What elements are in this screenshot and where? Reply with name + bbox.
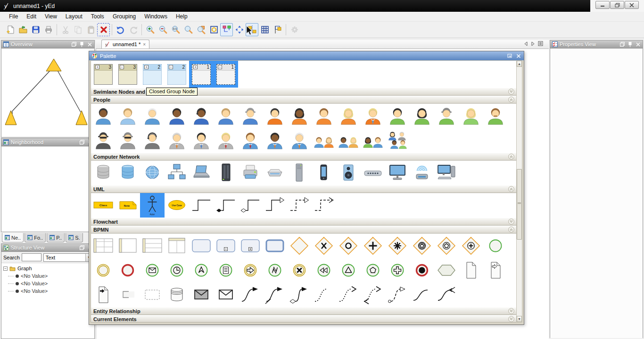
tab-unnamed1[interactable]: y unnamed1 * × — [101, 40, 149, 48]
speaker[interactable] — [336, 161, 361, 185]
uml-generalization-edge[interactable] — [263, 193, 287, 218]
palette-scrollbar[interactable]: ▲ ▼ — [516, 60, 522, 323]
database-gray[interactable] — [91, 161, 116, 185]
person-brown-hair-orange-shirt[interactable] — [312, 104, 336, 128]
uml-note-node[interactable]: Note — [116, 193, 140, 218]
server-tower[interactable] — [287, 161, 312, 185]
tab-list-icon[interactable] — [538, 41, 543, 46]
spy-dark-coat[interactable] — [91, 128, 116, 153]
menu-edit[interactable]: Edit — [22, 12, 41, 21]
event-signal[interactable] — [336, 258, 361, 282]
event-end[interactable] — [116, 258, 140, 282]
man-black-hair-orange-hoodie[interactable] — [263, 104, 287, 128]
group-node-blue-closed[interactable]: +2 — [140, 61, 165, 88]
menu-file[interactable]: File — [5, 12, 22, 21]
close-icon[interactable] — [515, 53, 521, 59]
event-conditional[interactable] — [214, 258, 238, 282]
dock-tab-p[interactable]: P.. — [47, 233, 65, 242]
forked-link[interactable] — [434, 282, 459, 307]
network-tree[interactable] — [165, 161, 189, 185]
woman-blonde-green-shirt[interactable] — [459, 104, 483, 128]
pin-icon[interactable] — [627, 41, 633, 48]
data-store[interactable] — [165, 282, 189, 307]
edit-mode-button[interactable] — [220, 23, 233, 36]
uml-aggregation-edge[interactable] — [238, 193, 263, 218]
man-gray-cap-blue-shirt[interactable] — [238, 104, 263, 128]
uml-actor-node[interactable]: Actor — [140, 193, 165, 218]
smartphone[interactable] — [312, 161, 336, 185]
gateway-complex-star[interactable] — [385, 234, 410, 258]
tab-close-icon[interactable]: × — [143, 42, 146, 47]
printer[interactable] — [238, 161, 263, 185]
palette-section-entity-relationship[interactable]: Entity Relationship — [91, 307, 517, 315]
maximize-button[interactable] — [610, 1, 624, 9]
print-button[interactable] — [42, 23, 55, 36]
directed-association[interactable] — [336, 282, 361, 307]
man-blue-shirt-dark-skin-orange-tie[interactable] — [263, 128, 287, 153]
man-gray-suit-black-hair-blue-tie[interactable] — [189, 128, 214, 153]
woman-black-bob-green-shirt[interactable] — [410, 104, 434, 128]
pool-lanes[interactable] — [140, 234, 165, 258]
open-file-button[interactable] — [17, 23, 29, 36]
event-message[interactable] — [140, 258, 165, 282]
dock-tab-ne[interactable]: Ne.. — [2, 233, 24, 242]
save-button[interactable] — [29, 23, 42, 36]
event-escalation[interactable] — [189, 258, 214, 282]
text-annotation[interactable] — [116, 282, 140, 307]
delete-button[interactable] — [97, 23, 110, 36]
person-white-hair-blue-shirt[interactable] — [140, 104, 165, 128]
minimize-button[interactable] — [595, 1, 610, 9]
person-black-hair-green-shirt[interactable] — [385, 104, 410, 128]
group-node-folder-closed[interactable]: +3 — [91, 61, 116, 88]
palette-section-computer-network[interactable]: Computer Network — [91, 153, 517, 161]
laptop[interactable] — [189, 161, 214, 185]
uml-use-case-node[interactable]: Use Case — [165, 193, 189, 218]
event-compensation[interactable] — [312, 258, 336, 282]
event-link[interactable] — [238, 258, 263, 282]
conversation-hexagon[interactable] — [434, 258, 459, 282]
close-icon[interactable] — [87, 41, 93, 48]
float-icon[interactable] — [507, 53, 513, 59]
message-white[interactable] — [214, 282, 238, 307]
navigate-mode-button[interactable] — [233, 23, 246, 36]
pool-empty[interactable] — [116, 234, 140, 258]
chevron-double-up-icon[interactable] — [508, 97, 514, 103]
gateway-event-start[interactable] — [434, 234, 459, 258]
data-input[interactable] — [483, 258, 508, 282]
man-gray-beanie-green-shirt[interactable] — [434, 104, 459, 128]
event-multiple[interactable] — [361, 258, 385, 282]
couple-blue-orange[interactable] — [312, 128, 336, 153]
tree-item-2[interactable]: <No Value> — [8, 287, 94, 295]
couple-green-blue[interactable] — [361, 128, 385, 153]
scanner[interactable] — [263, 161, 287, 185]
gateway-parallel-event[interactable] — [459, 234, 483, 258]
person-tan-hair-blue-jacket[interactable] — [214, 104, 238, 128]
message-flow[interactable] — [385, 282, 410, 307]
dock-tab-fo[interactable]: Fo.. — [25, 233, 46, 242]
uml-association-edge[interactable] — [189, 193, 214, 218]
palette-section-people[interactable]: People — [91, 96, 517, 104]
structure-filter-dropdown[interactable]: Text ▾ — [43, 253, 92, 262]
woman-blonde-orange-top[interactable] — [336, 104, 361, 128]
menu-help[interactable]: Help — [172, 12, 192, 21]
collapse-expander-icon[interactable]: − — [3, 266, 8, 271]
network-globe[interactable] — [140, 161, 165, 185]
woman-dark-skin-blue-shirt[interactable] — [91, 104, 116, 128]
event-start[interactable] — [483, 234, 508, 258]
new-file-button[interactable] — [4, 23, 17, 36]
task-collapsed[interactable] — [214, 234, 238, 258]
event-error[interactable] — [263, 258, 287, 282]
overview-content[interactable] — [1, 48, 94, 137]
zoom-magnifier-button[interactable] — [182, 23, 195, 36]
palette-section-current-elements[interactable]: Current Elements — [91, 315, 517, 323]
overview-flag-button[interactable] — [271, 23, 284, 36]
gateway-parallel-plus[interactable] — [361, 234, 385, 258]
close-button[interactable] — [625, 1, 639, 9]
undo-button[interactable] — [114, 23, 127, 36]
man-blond-orange-shirt-blue-tie[interactable] — [361, 104, 385, 128]
tree-item-1[interactable]: <No Value> — [8, 280, 94, 287]
group-dashed[interactable] — [140, 282, 165, 307]
float-icon[interactable] — [79, 139, 85, 145]
man-gray-suit-blond-red-tie[interactable] — [214, 128, 238, 153]
event-terminate[interactable] — [410, 258, 434, 282]
